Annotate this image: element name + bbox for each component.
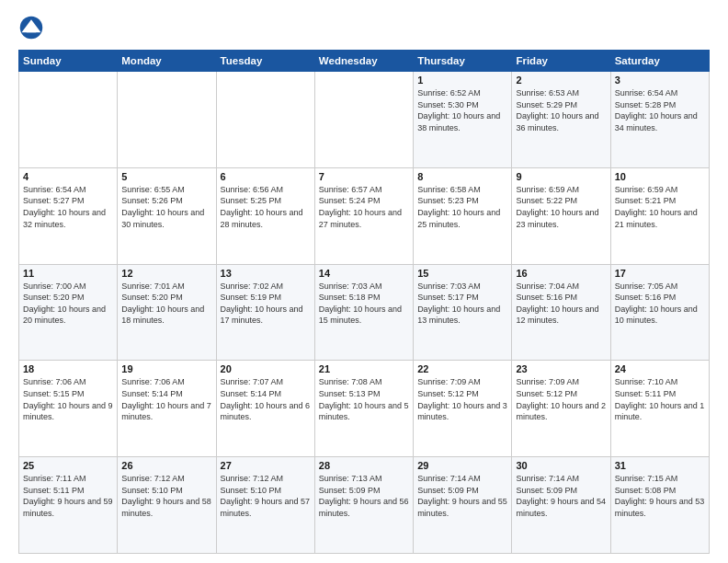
day-number: 14 [319, 268, 409, 279]
day-number: 28 [319, 460, 409, 471]
day-number: 20 [221, 363, 311, 374]
calendar-cell: 26Sunrise: 7:12 AMSunset: 5:10 PMDayligh… [118, 457, 216, 554]
weekday-header-wednesday: Wednesday [314, 51, 413, 72]
day-detail: Sunrise: 7:12 AMSunset: 5:10 PMDaylight:… [221, 473, 311, 519]
day-number: 5 [121, 171, 211, 182]
day-detail: Sunrise: 7:05 AMSunset: 5:16 PMDaylight:… [615, 281, 705, 327]
calendar-week-row: 4Sunrise: 6:54 AMSunset: 5:27 PMDaylight… [19, 167, 710, 264]
calendar-cell: 28Sunrise: 7:13 AMSunset: 5:09 PMDayligh… [314, 457, 413, 554]
calendar-cell: 24Sunrise: 7:10 AMSunset: 5:11 PMDayligh… [610, 361, 709, 457]
svg-rect-2 [27, 29, 37, 33]
header [18, 15, 710, 40]
day-detail: Sunrise: 7:01 AMSunset: 5:20 PMDaylight:… [121, 281, 211, 327]
day-number: 9 [516, 171, 606, 182]
calendar-table: SundayMondayTuesdayWednesdayThursdayFrid… [18, 50, 710, 554]
day-detail: Sunrise: 6:57 AMSunset: 5:24 PMDaylight:… [319, 184, 409, 230]
day-detail: Sunrise: 7:09 AMSunset: 5:12 PMDaylight:… [417, 376, 507, 422]
day-number: 2 [516, 75, 606, 86]
calendar-cell: 17Sunrise: 7:05 AMSunset: 5:16 PMDayligh… [610, 264, 709, 361]
calendar-cell: 13Sunrise: 7:02 AMSunset: 5:19 PMDayligh… [216, 264, 314, 361]
calendar-cell: 16Sunrise: 7:04 AMSunset: 5:16 PMDayligh… [512, 264, 610, 361]
calendar-cell: 18Sunrise: 7:06 AMSunset: 5:15 PMDayligh… [19, 361, 118, 457]
weekday-header-tuesday: Tuesday [216, 51, 314, 72]
day-number: 24 [615, 363, 705, 374]
day-number: 12 [121, 268, 211, 279]
day-number: 10 [615, 171, 705, 182]
calendar-cell: 12Sunrise: 7:01 AMSunset: 5:20 PMDayligh… [118, 264, 216, 361]
calendar-cell [314, 72, 413, 168]
day-detail: Sunrise: 6:59 AMSunset: 5:22 PMDaylight:… [516, 184, 606, 230]
calendar-cell: 2Sunrise: 6:53 AMSunset: 5:29 PMDaylight… [512, 72, 610, 168]
day-detail: Sunrise: 7:12 AMSunset: 5:10 PMDaylight:… [121, 473, 211, 519]
day-number: 18 [23, 363, 113, 374]
weekday-header-saturday: Saturday [610, 51, 709, 72]
calendar-cell: 31Sunrise: 7:15 AMSunset: 5:08 PMDayligh… [610, 457, 709, 554]
calendar-cell: 22Sunrise: 7:09 AMSunset: 5:12 PMDayligh… [414, 361, 512, 457]
day-detail: Sunrise: 7:10 AMSunset: 5:11 PMDaylight:… [615, 376, 705, 422]
day-number: 31 [615, 460, 705, 471]
day-detail: Sunrise: 7:13 AMSunset: 5:09 PMDaylight:… [319, 473, 409, 519]
day-number: 21 [319, 363, 409, 374]
calendar-cell: 19Sunrise: 7:06 AMSunset: 5:14 PMDayligh… [118, 361, 216, 457]
calendar-cell [19, 72, 118, 168]
page: SundayMondayTuesdayWednesdayThursdayFrid… [0, 0, 728, 563]
calendar-cell: 4Sunrise: 6:54 AMSunset: 5:27 PMDaylight… [19, 167, 118, 264]
calendar-week-row: 18Sunrise: 7:06 AMSunset: 5:15 PMDayligh… [19, 361, 710, 457]
calendar-cell: 1Sunrise: 6:52 AMSunset: 5:30 PMDaylight… [414, 72, 512, 168]
calendar-cell: 20Sunrise: 7:07 AMSunset: 5:14 PMDayligh… [216, 361, 314, 457]
day-detail: Sunrise: 6:54 AMSunset: 5:27 PMDaylight:… [23, 184, 113, 230]
day-detail: Sunrise: 6:54 AMSunset: 5:28 PMDaylight:… [615, 87, 705, 133]
day-detail: Sunrise: 6:56 AMSunset: 5:25 PMDaylight:… [221, 184, 311, 230]
day-number: 15 [417, 268, 507, 279]
calendar-cell: 30Sunrise: 7:14 AMSunset: 5:09 PMDayligh… [512, 457, 610, 554]
calendar-cell: 8Sunrise: 6:58 AMSunset: 5:23 PMDaylight… [414, 167, 512, 264]
day-number: 7 [319, 171, 409, 182]
day-number: 26 [121, 460, 211, 471]
day-number: 4 [23, 171, 113, 182]
day-number: 27 [221, 460, 311, 471]
calendar-week-row: 25Sunrise: 7:11 AMSunset: 5:11 PMDayligh… [19, 457, 710, 554]
calendar-cell: 10Sunrise: 6:59 AMSunset: 5:21 PMDayligh… [610, 167, 709, 264]
calendar-week-row: 11Sunrise: 7:00 AMSunset: 5:20 PMDayligh… [19, 264, 710, 361]
calendar-cell: 14Sunrise: 7:03 AMSunset: 5:18 PMDayligh… [314, 264, 413, 361]
day-number: 25 [23, 460, 113, 471]
day-detail: Sunrise: 7:09 AMSunset: 5:12 PMDaylight:… [516, 376, 606, 422]
calendar-cell: 15Sunrise: 7:03 AMSunset: 5:17 PMDayligh… [414, 264, 512, 361]
calendar-cell: 3Sunrise: 6:54 AMSunset: 5:28 PMDaylight… [610, 72, 709, 168]
day-detail: Sunrise: 7:07 AMSunset: 5:14 PMDaylight:… [221, 376, 311, 422]
calendar-cell: 9Sunrise: 6:59 AMSunset: 5:22 PMDaylight… [512, 167, 610, 264]
calendar-cell: 25Sunrise: 7:11 AMSunset: 5:11 PMDayligh… [19, 457, 118, 554]
day-detail: Sunrise: 7:15 AMSunset: 5:08 PMDaylight:… [615, 473, 705, 519]
day-detail: Sunrise: 7:00 AMSunset: 5:20 PMDaylight:… [23, 281, 113, 327]
day-number: 11 [23, 268, 113, 279]
day-number: 3 [615, 75, 705, 86]
day-detail: Sunrise: 7:04 AMSunset: 5:16 PMDaylight:… [516, 281, 606, 327]
day-number: 13 [221, 268, 311, 279]
day-number: 22 [417, 363, 507, 374]
calendar-cell [118, 72, 216, 168]
day-number: 17 [615, 268, 705, 279]
logo-icon [18, 15, 44, 40]
calendar-week-row: 1Sunrise: 6:52 AMSunset: 5:30 PMDaylight… [19, 72, 710, 168]
day-detail: Sunrise: 7:03 AMSunset: 5:18 PMDaylight:… [319, 281, 409, 327]
day-detail: Sunrise: 6:55 AMSunset: 5:26 PMDaylight:… [121, 184, 211, 230]
day-detail: Sunrise: 7:08 AMSunset: 5:13 PMDaylight:… [319, 376, 409, 422]
day-number: 8 [417, 171, 507, 182]
day-number: 6 [221, 171, 311, 182]
calendar-cell: 29Sunrise: 7:14 AMSunset: 5:09 PMDayligh… [414, 457, 512, 554]
day-number: 29 [417, 460, 507, 471]
day-detail: Sunrise: 7:14 AMSunset: 5:09 PMDaylight:… [417, 473, 507, 519]
day-number: 30 [516, 460, 606, 471]
calendar-cell: 7Sunrise: 6:57 AMSunset: 5:24 PMDaylight… [314, 167, 413, 264]
day-number: 23 [516, 363, 606, 374]
weekday-header-sunday: Sunday [19, 51, 118, 72]
day-detail: Sunrise: 7:06 AMSunset: 5:14 PMDaylight:… [121, 376, 211, 422]
calendar-cell: 27Sunrise: 7:12 AMSunset: 5:10 PMDayligh… [216, 457, 314, 554]
day-number: 1 [417, 75, 507, 86]
day-detail: Sunrise: 7:11 AMSunset: 5:11 PMDaylight:… [23, 473, 113, 519]
day-detail: Sunrise: 6:52 AMSunset: 5:30 PMDaylight:… [417, 87, 507, 133]
calendar-cell: 6Sunrise: 6:56 AMSunset: 5:25 PMDaylight… [216, 167, 314, 264]
calendar-cell: 23Sunrise: 7:09 AMSunset: 5:12 PMDayligh… [512, 361, 610, 457]
weekday-header-thursday: Thursday [414, 51, 512, 72]
day-detail: Sunrise: 6:53 AMSunset: 5:29 PMDaylight:… [516, 87, 606, 133]
